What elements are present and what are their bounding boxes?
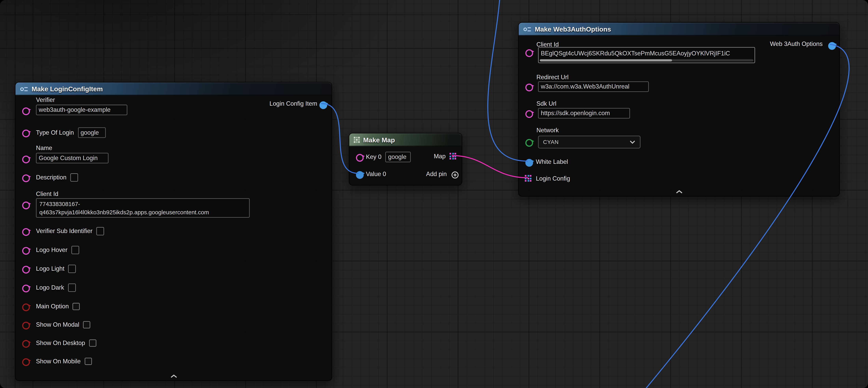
network-selected-value: CYAN bbox=[543, 139, 559, 145]
network-pin[interactable] bbox=[525, 139, 534, 145]
type-of-login-pin[interactable] bbox=[22, 129, 31, 135]
output-label-web3auth-options: Web 3Auth Options bbox=[770, 40, 823, 47]
collapse-node-button[interactable] bbox=[676, 190, 683, 194]
chevron-up-icon bbox=[676, 187, 683, 196]
redirect-url-input[interactable]: w3a://com.w3a.Web3AuthUnreal bbox=[538, 82, 649, 92]
key-0-input[interactable]: google bbox=[385, 151, 411, 162]
horizontal-scrollbar[interactable] bbox=[540, 59, 753, 61]
make-struct-icon bbox=[20, 86, 28, 92]
chevron-up-icon bbox=[170, 371, 177, 380]
node-make-web3authoptions[interactable]: Make Web3AuthOptions Web 3Auth Options C… bbox=[518, 22, 840, 197]
main-option-pin[interactable] bbox=[22, 303, 31, 309]
show-on-desktop-checkbox[interactable] bbox=[89, 339, 96, 347]
node-make-map[interactable]: Make Map Key 0 google Map Value 0 Add pi… bbox=[349, 133, 462, 185]
description-label: Description bbox=[36, 174, 67, 181]
logo-hover-pin[interactable] bbox=[22, 247, 31, 252]
node-header-make-map[interactable]: Make Map bbox=[349, 133, 462, 146]
logo-light-input[interactable] bbox=[68, 264, 76, 273]
scrollbar-thumb[interactable] bbox=[540, 59, 672, 61]
network-label: Network bbox=[536, 127, 559, 134]
value-0-label: Value 0 bbox=[366, 171, 386, 177]
logo-dark-input[interactable] bbox=[68, 283, 76, 292]
node-header-make-loginconfigitem[interactable]: Make LoginConfigItem bbox=[16, 82, 332, 95]
show-on-desktop-pin[interactable] bbox=[22, 340, 31, 346]
white-label-pin[interactable] bbox=[525, 159, 534, 165]
login-config-label: Login Config bbox=[536, 175, 570, 182]
node-header-make-web3authoptions[interactable]: Make Web3AuthOptions bbox=[519, 23, 839, 35]
network-dropdown[interactable]: CYAN bbox=[538, 136, 641, 148]
logo-light-pin[interactable] bbox=[22, 266, 31, 271]
redirect-url-pin[interactable] bbox=[525, 84, 534, 89]
map-icon bbox=[354, 137, 360, 143]
name-label: Name bbox=[36, 145, 52, 152]
verifier-label: Verifier bbox=[36, 96, 55, 104]
show-on-modal-label: Show On Modal bbox=[36, 321, 80, 328]
web3auth-options-output-pin[interactable] bbox=[828, 42, 837, 48]
client-id-input[interactable]: 774338308167-q463s7kpvja16l4l0kko3nb925i… bbox=[36, 198, 250, 218]
logo-dark-label: Logo Dark bbox=[36, 284, 64, 291]
collapse-node-button[interactable] bbox=[170, 375, 177, 378]
type-of-login-input[interactable]: google bbox=[78, 127, 105, 138]
key-0-pin[interactable] bbox=[356, 154, 365, 159]
client-id-input[interactable]: BEglQSgt4cUWcj6SKRdu5QkOXTsePmMcusG5EAoy… bbox=[538, 47, 755, 63]
white-label-label: White Label bbox=[536, 158, 568, 165]
verifier-sub-identifier-label: Verifier Sub Identifier bbox=[36, 228, 93, 234]
description-pin[interactable] bbox=[22, 175, 31, 180]
sdk-url-input[interactable]: https://sdk.openlogin.com bbox=[538, 108, 630, 118]
name-input[interactable]: Google Custom Login bbox=[36, 153, 108, 163]
logo-hover-label: Logo Hover bbox=[36, 246, 68, 253]
blueprint-graph-canvas[interactable]: Make LoginConfigItem Login Config Item V… bbox=[0, 0, 868, 388]
name-pin[interactable] bbox=[22, 155, 31, 161]
verifier-input[interactable]: web3auth-google-example bbox=[36, 105, 127, 115]
logo-light-label: Logo Light bbox=[36, 265, 64, 272]
sdk-url-label: Sdk Url bbox=[536, 100, 556, 108]
client-id-label: Client Id bbox=[36, 190, 58, 198]
logo-dark-pin[interactable] bbox=[22, 285, 31, 290]
make-struct-icon bbox=[523, 26, 531, 33]
show-on-mobile-label: Show On Mobile bbox=[36, 358, 81, 364]
plus-circle-icon bbox=[451, 171, 459, 181]
map-output-label: Map bbox=[434, 153, 446, 159]
client-id-pin[interactable] bbox=[525, 49, 534, 55]
output-label-login-config-item: Login Config Item bbox=[270, 100, 317, 107]
main-option-checkbox[interactable] bbox=[73, 303, 80, 310]
show-on-mobile-pin[interactable] bbox=[22, 358, 31, 364]
main-option-label: Main Option bbox=[36, 303, 69, 309]
show-on-modal-pin[interactable] bbox=[22, 322, 31, 327]
map-output-pin[interactable] bbox=[450, 153, 456, 159]
logo-hover-input[interactable] bbox=[71, 246, 79, 254]
node-title: Make Web3AuthOptions bbox=[535, 25, 611, 33]
show-on-desktop-label: Show On Desktop bbox=[36, 339, 85, 346]
chevron-down-icon bbox=[629, 139, 636, 145]
show-on-mobile-checkbox[interactable] bbox=[85, 357, 92, 365]
type-of-login-label: Type Of Login bbox=[36, 129, 74, 136]
node-title: Make Map bbox=[363, 136, 395, 144]
client-id-pin[interactable] bbox=[22, 202, 31, 207]
value-0-pin[interactable] bbox=[356, 171, 365, 177]
node-make-loginconfigitem[interactable]: Make LoginConfigItem Login Config Item V… bbox=[15, 82, 332, 381]
verifier-sub-identifier-pin[interactable] bbox=[22, 228, 31, 234]
description-input[interactable] bbox=[70, 173, 78, 181]
client-id-text: BEglQSgt4cUWcj6SKRdu5QkOXTsePmMcusG5EAoy… bbox=[541, 50, 730, 57]
add-pin-button[interactable] bbox=[451, 171, 459, 179]
login-config-item-output-pin[interactable] bbox=[319, 101, 328, 107]
sdk-url-pin[interactable] bbox=[525, 110, 534, 116]
redirect-url-label: Redirect Url bbox=[536, 74, 569, 81]
add-pin-label: Add pin bbox=[426, 171, 447, 177]
show-on-modal-checkbox[interactable] bbox=[83, 321, 90, 328]
node-title: Make LoginConfigItem bbox=[32, 85, 103, 93]
key-0-label: Key 0 bbox=[366, 153, 381, 160]
login-config-pin[interactable] bbox=[525, 175, 532, 182]
verifier-pin[interactable] bbox=[22, 108, 31, 113]
verifier-sub-identifier-input[interactable] bbox=[96, 227, 104, 235]
